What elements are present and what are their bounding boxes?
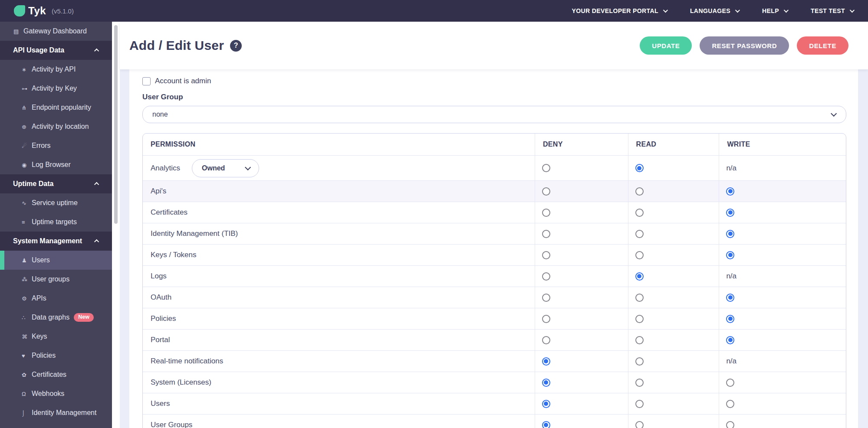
deny-radio[interactable] xyxy=(542,164,550,172)
delete-button[interactable]: DELETE xyxy=(797,36,848,55)
sidebar-item-user-groups[interactable]: ⁂User groups xyxy=(0,270,112,289)
write-radio[interactable] xyxy=(726,230,734,238)
tyk-logo-icon xyxy=(14,5,25,16)
read-radio[interactable] xyxy=(635,400,644,408)
deny-radio[interactable] xyxy=(542,379,550,387)
table-row-portal: Portal xyxy=(143,329,846,350)
sidebar-item-activity-by-api[interactable]: ∗Activity by API xyxy=(0,60,112,79)
sidebar-item-webhooks[interactable]: ΩWebhooks xyxy=(0,384,112,403)
sidebar-item-data-graphs[interactable]: ∴Data graphsNew xyxy=(0,308,112,327)
deny-radio[interactable] xyxy=(542,272,550,281)
permission-cell: Real-time notifications xyxy=(143,351,535,372)
topbar-menu-your-developer-portal[interactable]: YOUR DEVELOPER PORTAL xyxy=(572,7,667,14)
sidebar-section-api-usage-data[interactable]: API Usage Data xyxy=(0,41,112,60)
deny-radio[interactable] xyxy=(542,400,550,408)
read-radio[interactable] xyxy=(635,272,644,281)
sidebar-section-system-management[interactable]: System Management xyxy=(0,232,112,251)
read-radio[interactable] xyxy=(635,357,644,366)
read-radio[interactable] xyxy=(635,209,644,217)
write-radio[interactable] xyxy=(726,379,734,387)
write-cell xyxy=(719,202,846,223)
read-radio[interactable] xyxy=(635,315,644,323)
read-cell xyxy=(628,156,720,180)
topbar-menu-help[interactable]: HELP xyxy=(762,7,787,14)
sidebar-item-gateway-dashboard[interactable]: ▤Gateway Dashboard xyxy=(0,22,112,41)
read-radio[interactable] xyxy=(635,379,644,387)
write-cell: n/a xyxy=(719,156,846,180)
tyk-logo-text: Tyk xyxy=(28,5,46,17)
sidebar-item-activity-by-location[interactable]: ⊕Activity by location xyxy=(0,117,112,136)
permission-name: Identity Management (TIB) xyxy=(151,229,238,238)
read-radio[interactable] xyxy=(635,230,644,238)
read-radio[interactable] xyxy=(635,251,644,259)
table-row-certificates: Certificates xyxy=(143,202,846,223)
chevron-up-icon xyxy=(94,49,99,53)
write-radio[interactable] xyxy=(726,209,734,217)
sidebar-item-endpoint-popularity[interactable]: ⋔Endpoint popularity xyxy=(0,98,112,117)
globe-icon: ⊕ xyxy=(22,124,32,130)
deny-radio[interactable] xyxy=(542,187,550,196)
sidebar-item-errors[interactable]: ☄Errors xyxy=(0,136,112,155)
topbar-menu-test-test[interactable]: TEST TEST xyxy=(811,7,853,14)
reset-password-button[interactable]: RESET PASSWORD xyxy=(700,36,789,55)
deny-radio[interactable] xyxy=(542,294,550,302)
deny-radio[interactable] xyxy=(542,357,550,366)
read-cell xyxy=(628,245,720,265)
read-cell xyxy=(628,330,720,350)
user-group-select[interactable]: none xyxy=(142,106,846,123)
help-icon[interactable]: ? xyxy=(230,40,242,52)
sidebar-item-log-browser[interactable]: ◉Log Browser xyxy=(0,155,112,174)
read-radio[interactable] xyxy=(635,421,644,428)
permission-name: OAuth xyxy=(151,293,171,302)
sidebar-scrollbar-thumb[interactable] xyxy=(114,25,118,224)
page-title: Add / Edit User xyxy=(129,38,224,53)
deny-radio[interactable] xyxy=(542,251,550,259)
account-is-admin-checkbox[interactable] xyxy=(142,77,151,85)
deny-radio[interactable] xyxy=(542,230,550,238)
read-radio[interactable] xyxy=(635,336,644,344)
write-cell: n/a xyxy=(719,351,846,372)
analytics-scope-select[interactable]: Owned xyxy=(192,159,259,177)
sidebar-item-label: Log Browser xyxy=(32,161,71,169)
sidebar-item-service-uptime[interactable]: ∿Service uptime xyxy=(0,193,112,212)
write-radio[interactable] xyxy=(726,187,734,196)
read-radio[interactable] xyxy=(635,187,644,196)
sidebar-item-uptime-targets[interactable]: ≡Uptime targets xyxy=(0,212,112,232)
write-radio[interactable] xyxy=(726,400,734,408)
sidebar-item-activity-by-key[interactable]: ⊶Activity by Key xyxy=(0,79,112,98)
sidebar-item-policies[interactable]: ♥Policies xyxy=(0,346,112,365)
sidebar-item-users[interactable]: ♟Users xyxy=(0,251,112,270)
sidebar-item-certificates[interactable]: ✿Certificates xyxy=(0,365,112,384)
read-radio[interactable] xyxy=(635,294,644,302)
sidebar-item-apis[interactable]: ⚙APIs xyxy=(0,289,112,308)
topbar-menu-languages[interactable]: LANGUAGES xyxy=(690,7,739,14)
deny-radio[interactable] xyxy=(542,315,550,323)
deny-radio[interactable] xyxy=(542,209,550,217)
write-radio[interactable] xyxy=(726,315,734,323)
permission-cell: Identity Management (TIB) xyxy=(143,223,535,244)
sidebar-section-label: Uptime Data xyxy=(13,180,53,188)
write-radio[interactable] xyxy=(726,421,734,428)
write-radio[interactable] xyxy=(726,251,734,259)
deny-radio[interactable] xyxy=(542,336,550,344)
chevron-up-icon xyxy=(94,182,99,187)
write-radio[interactable] xyxy=(726,336,734,344)
deny-cell xyxy=(535,308,628,329)
update-button[interactable]: UPDATE xyxy=(640,36,692,55)
deny-cell xyxy=(535,245,628,265)
sidebar-item-identity-management[interactable]: ⌡Identity Management xyxy=(0,403,112,422)
deny-cell xyxy=(535,330,628,350)
deny-radio[interactable] xyxy=(542,421,550,428)
write-radio[interactable] xyxy=(726,294,734,302)
tyk-logo[interactable]: Tyk (v5.1.0) xyxy=(14,5,74,17)
permission-cell: OAuth xyxy=(143,287,535,308)
activity-chart-icon: ∗ xyxy=(22,67,32,72)
sidebar-item-keys[interactable]: ⌘Keys xyxy=(0,327,112,346)
sidebar-item-label: Gateway Dashboard xyxy=(23,27,87,35)
sidebar-section-uptime-data[interactable]: Uptime Data xyxy=(0,174,112,193)
chevron-up-icon xyxy=(94,239,99,244)
read-radio[interactable] xyxy=(635,164,644,172)
policy-icon: ♥ xyxy=(22,353,32,359)
sidebar-item-label: User groups xyxy=(32,275,69,283)
deny-cell xyxy=(535,287,628,308)
